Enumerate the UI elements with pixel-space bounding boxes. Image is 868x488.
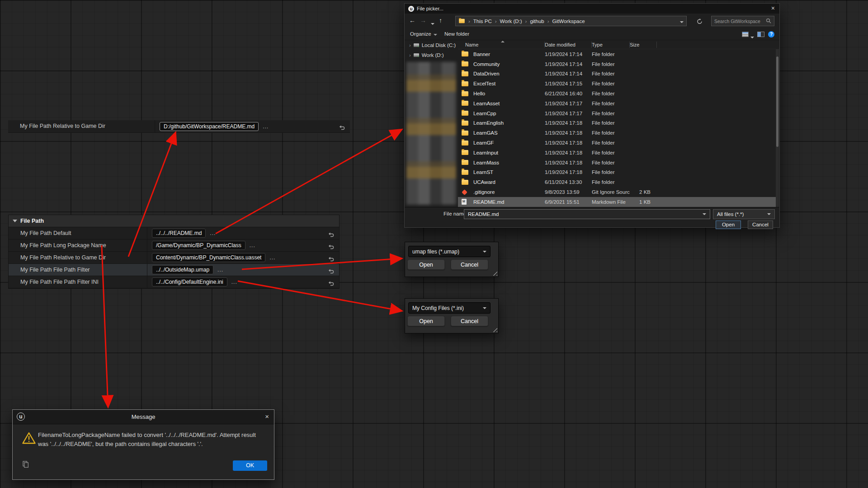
file-row[interactable]: LearnInput 1/19/2024 17:18 File folder (458, 148, 776, 158)
file-type-filter-select[interactable]: umap files (*.umap) (408, 246, 491, 257)
browse-button[interactable]: ... (217, 267, 223, 273)
search-box[interactable]: Search GitWorkspace (711, 16, 774, 26)
file-row[interactable]: LearnCpp 1/19/2024 17:17 File folder (458, 108, 776, 118)
property-label: My File Path Relative to Game Dir (8, 120, 155, 132)
help-icon[interactable]: ? (768, 31, 774, 38)
browse-button[interactable]: ... (263, 123, 269, 130)
reset-to-default-icon[interactable] (328, 280, 334, 288)
column-header-type[interactable]: Type (592, 42, 630, 48)
reset-to-default-icon[interactable] (328, 255, 334, 263)
file-type-icon (462, 199, 468, 205)
file-type-select[interactable]: All files (*.*) (713, 209, 775, 219)
cancel-button[interactable]: Cancel (748, 221, 773, 229)
column-headers: Name Date modified Type Size (458, 40, 779, 49)
cancel-button[interactable]: Cancel (451, 316, 488, 326)
scrollbar[interactable] (776, 49, 779, 207)
open-button[interactable]: Open (716, 221, 741, 229)
property-row: My File Path Long Package Name /Game/Dyn… (9, 239, 339, 252)
file-name-input[interactable]: README.md (464, 209, 710, 219)
browse-button[interactable]: ... (269, 254, 275, 261)
file-row[interactable]: LearnAsset 1/19/2024 17:17 File folder (458, 99, 776, 108)
address-bar[interactable]: This PCWork (D:)githubGitWorkspace (455, 16, 687, 26)
file-path-value-field[interactable]: /Game/Dynamic/BP_DynamicClass (152, 241, 245, 250)
file-row[interactable]: Banner 1/19/2024 17:14 File folder (458, 49, 776, 59)
file-path-value-field[interactable]: ../../Config/DefaultEngine.ini (152, 277, 227, 286)
file-type-filter-select[interactable]: My Config Files (*.ini) (408, 302, 491, 314)
file-row[interactable]: ExcelTest 1/19/2024 17:15 File folder (458, 79, 776, 89)
resize-grip[interactable] (492, 327, 497, 332)
navigation-bar: ← → ↑ This PCWork (D:)githubGitWorkspace… (405, 14, 779, 28)
file-row[interactable]: Hello 6/21/2024 16:40 File folder (458, 89, 776, 99)
file-type-icon (462, 52, 468, 56)
forward-icon[interactable]: → (420, 17, 426, 24)
close-icon[interactable]: × (771, 5, 775, 12)
change-view-icon[interactable] (742, 32, 749, 37)
file-row[interactable]: LearnEnglish 1/19/2024 17:18 File folder (458, 118, 776, 128)
search-icon (766, 18, 771, 24)
file-row[interactable]: LearnGF 1/19/2024 17:18 File folder (458, 138, 776, 148)
file-path-value-field[interactable]: Content/Dynamic/BP_DynamicClass.uasset (152, 253, 265, 262)
view-dropdown-icon[interactable] (750, 34, 754, 39)
folder-tree-sidebar: Local Disk (C:) Work (D:) (405, 40, 458, 207)
browse-button[interactable]: ... (250, 242, 255, 249)
scrollbar-thumb[interactable] (776, 56, 778, 147)
breadcrumb-item[interactable]: github (522, 19, 544, 24)
dialog-title: Message (132, 413, 156, 420)
file-path-value-field[interactable]: ../../OutsideMap.umap (152, 265, 213, 274)
details-panel-file-path: File Path My File Path Default ../../../… (8, 215, 340, 289)
chevron-down-icon[interactable] (703, 213, 706, 215)
open-button[interactable]: Open (407, 259, 445, 270)
cancel-button[interactable]: Cancel (451, 259, 488, 270)
close-icon[interactable]: × (265, 413, 269, 420)
chevron-down-icon[interactable] (767, 213, 771, 215)
sidebar-drive-item[interactable]: Work (D:) (405, 50, 458, 60)
up-icon[interactable]: ↑ (439, 17, 442, 24)
column-header-name[interactable]: Name (465, 42, 545, 48)
reset-to-default-icon[interactable] (328, 267, 334, 276)
open-button[interactable]: Open (407, 316, 445, 326)
titlebar[interactable]: u File picker... × (405, 4, 779, 14)
breadcrumb-item[interactable]: Work (D:) (492, 19, 522, 24)
breadcrumb-item[interactable]: GitWorkspace (544, 19, 585, 24)
file-row[interactable]: Community 1/19/2024 17:14 File folder (458, 59, 776, 69)
reset-to-default-icon[interactable] (328, 231, 334, 239)
file-path-value-field[interactable]: ../../../README.md (152, 229, 206, 238)
file-row[interactable]: UCAward 6/11/2024 13:30 File folder (458, 177, 776, 187)
file-picker-window: u File picker... × ← → ↑ This PCWork (D:… (404, 3, 780, 228)
ok-button[interactable]: OK (233, 460, 267, 471)
file-type-icon (462, 91, 468, 96)
category-label: File Path (20, 218, 44, 224)
property-row-relative-to-game-dir: My File Path Relative to Game Dir D:/git… (8, 120, 350, 133)
reset-to-default-icon[interactable] (328, 243, 334, 251)
breadcrumb-item[interactable]: This PC (465, 19, 492, 24)
file-path-value-field[interactable]: D:/github/GitWorkspace/README.md (160, 122, 259, 131)
property-label: My File Path Default (9, 227, 147, 239)
reset-to-default-icon[interactable] (339, 124, 345, 132)
resize-grip[interactable] (492, 271, 497, 276)
file-row[interactable]: DataDriven 1/19/2024 17:14 File folder (458, 69, 776, 79)
address-dropdown-icon[interactable] (680, 19, 684, 24)
sidebar-drive-item[interactable]: Local Disk (C:) (405, 40, 458, 50)
titlebar[interactable]: u Message × (13, 410, 274, 424)
new-folder-button[interactable]: New folder (444, 31, 469, 37)
file-picker-footer: File name: README.md All files (*.*) Ope… (405, 207, 779, 227)
organize-button[interactable]: Organize (410, 31, 437, 37)
browse-button[interactable]: ... (231, 279, 237, 285)
file-row[interactable]: LearnGAS 1/19/2024 17:18 File folder (458, 128, 776, 138)
file-row[interactable]: LearnST 1/19/2024 17:18 File folder (458, 168, 776, 178)
browse-button[interactable]: ... (210, 230, 216, 236)
history-chevron-icon[interactable] (431, 19, 434, 26)
file-type-icon (462, 101, 468, 106)
file-row[interactable]: LearnMass 1/19/2024 17:18 File folder (458, 158, 776, 168)
refresh-icon[interactable] (697, 18, 703, 26)
redacted-sidebar-content (406, 62, 456, 205)
column-header-size[interactable]: Size (630, 42, 657, 48)
column-header-date[interactable]: Date modified (545, 42, 592, 48)
preview-pane-icon[interactable] (757, 32, 764, 37)
file-row[interactable]: README.md 6/9/2021 15:51 Markdown File 1… (458, 197, 776, 207)
copy-to-clipboard-icon[interactable] (23, 461, 28, 469)
message-dialog: u Message × FilenameToLongPackageName fa… (12, 409, 274, 480)
category-header[interactable]: File Path (9, 215, 339, 227)
file-row[interactable]: .gitignore 9/8/2023 13:59 Git Ignore Sou… (458, 187, 776, 197)
back-icon[interactable]: ← (409, 17, 415, 24)
